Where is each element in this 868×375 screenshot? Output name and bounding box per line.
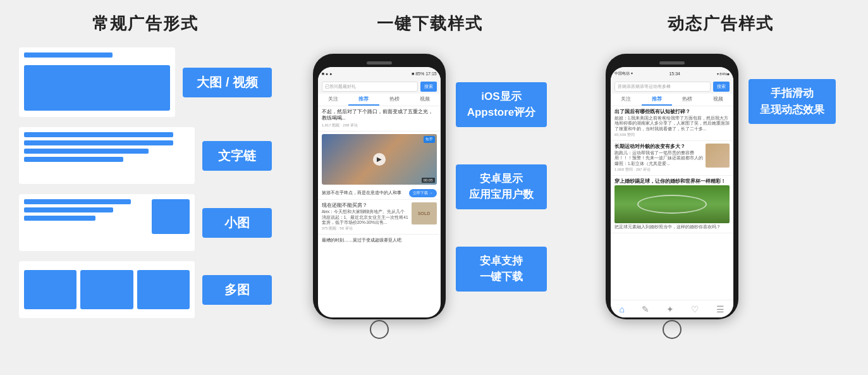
right-article-2-title: 长期运动对外貌的改变有多大？ (614, 144, 703, 150)
middle-ad-text: 旅游不在乎终点，而是在意道中的人和事 (322, 190, 401, 196)
middle-search-bar: 已答问题最好礼 搜索 (318, 80, 441, 94)
text-line-3 (24, 149, 149, 154)
right-article-1: 出了国后有哪些既有认知被打碎？ 姐姐：1.我来美国之前爸爸给我带了方面包前，然后… (611, 106, 733, 141)
android-users-label: 安卓显示应用宝用户数 (456, 164, 547, 209)
middle-title: 一键下载样式 (377, 13, 483, 35)
right-article-2-body: 跑跑儿：运动帮我省了一笔昂贵的整容费用！！！预警！先来一波厂妹还装姐都市人的爆照… (614, 151, 703, 166)
middle-download-btn[interactable]: 立即下载 → (409, 189, 437, 197)
big-img-top-bar (24, 52, 113, 58)
right-tab-video[interactable]: 视频 (703, 94, 734, 106)
right-section: 动态广告样式 中国电信 ▾ 15:34 ▾ 84%■ (575, 0, 866, 332)
text-link-diagram (19, 127, 195, 184)
ad-format-multi-image: 多图 (19, 261, 272, 318)
right-search-bar: 苏炳添苏炳添等运动有多棒 搜索 (611, 80, 733, 94)
middle-status-icons: ■ ● ● (322, 71, 333, 76)
middle-play-btn[interactable]: ▶ (373, 153, 386, 166)
right-tab-hot[interactable]: 热榜 (672, 94, 703, 106)
right-tab-follow[interactable]: 关注 (611, 94, 642, 106)
small-image-label: 小图 (202, 208, 272, 238)
right-carrier: 中国电信 ▾ (614, 71, 633, 77)
ad-formats-list: 大图 / 视频 文字链 小图 (19, 47, 272, 318)
big-image-label: 大图 / 视频 (183, 68, 272, 97)
middle-article-2: 现在还能不能买房？ Alex：今天想和大家聊聊房地产。先从几个消息说起：1、最近… (318, 200, 441, 235)
multi-img-3 (137, 270, 190, 309)
right-tab-recommend[interactable]: 推荐 (642, 94, 673, 106)
middle-article-2-body: Alex：今天想和大家聊聊房地产。先从几个消息说起：1、最近北京女业主主一次性将… (322, 209, 409, 225)
text-line-2 (24, 140, 173, 145)
ad-format-big-image: 大图 / 视频 (19, 47, 272, 117)
right-article-3: 穿上婚纱踢足球，让你的婚纱和世界杯一样精彩！ 把足球元素融入到婚纱照当中，这样的… (611, 176, 733, 233)
right-article-2: 长期运动对外貌的改变有多大？ 跑跑儿：运动帮我省了一笔昂贵的整容费用！！！预警！… (611, 141, 733, 176)
right-search-btn[interactable]: 搜索 (713, 82, 730, 92)
middle-section: 一键下载样式 ■ ● ● ■ 85% 17:15 已答 (284, 0, 575, 332)
right-nav-follow[interactable]: ♡ (691, 304, 699, 314)
right-article-1-meta: 65,509 赞同 (614, 132, 730, 138)
middle-article-2-title: 现在还能不能买房？ (322, 202, 409, 209)
middle-ad-download-row: 旅游不在乎终点，而是在意道中的人和事 立即下载 → (322, 189, 437, 197)
right-labels: 手指滑动呈现动态效果 (749, 47, 836, 124)
swipe-label: 手指滑动呈现动态效果 (749, 79, 836, 124)
middle-video-duration: 00:05 (422, 178, 435, 183)
middle-status-bar: ■ ● ● ■ 85% 17:15 (318, 67, 441, 80)
middle-article-2-img-label: SOLD (418, 211, 430, 216)
middle-home-button[interactable] (370, 320, 389, 339)
middle-tab-hot[interactable]: 热榜 (379, 94, 410, 106)
ad-format-text-link: 文字链 (19, 127, 272, 184)
multi-img-1 (24, 270, 76, 309)
middle-article-3: 最糟的时刻……莫过于变成超级赛亚人吧 (318, 235, 441, 246)
right-phone-speaker (659, 61, 685, 65)
right-battery: ▾ 84%■ (717, 71, 730, 76)
right-article-3-caption: 把足球元素融入到婚纱照当中，这样的婚纱你喜欢吗？ (614, 224, 730, 230)
right-title: 动态广告样式 (668, 13, 774, 35)
middle-phone-content: 不起，然后对了下个路口，前面变成了五重之光，教练喝喝... 1,817 围观 ·… (318, 106, 441, 317)
right-search-text: 苏炳添苏炳添等运动有多棒 (618, 84, 671, 90)
middle-video-ad: ▶ 知乎 00:05 (322, 134, 437, 185)
right-article-1-title: 出了国后有哪些既有认知被打碎？ (614, 109, 730, 115)
right-article-2-meta: 1,068 赞同 · 297 评论 (614, 167, 703, 173)
small-img-block (152, 199, 190, 234)
right-search-input[interactable]: 苏炳添苏炳添等运动有多棒 (614, 82, 711, 92)
right-article-2-content: 长期运动对外貌的改变有多大？ 跑跑儿：运动帮我省了一笔昂贵的整容费用！！！预警！… (614, 144, 730, 173)
middle-tab-recommend[interactable]: 推荐 (348, 94, 379, 106)
right-nav-more[interactable]: ☰ (716, 304, 724, 314)
right-nav-talent[interactable]: ✦ (666, 304, 674, 314)
middle-battery: ■ 85% 17:15 (412, 71, 437, 76)
right-article-2-text: 长期运动对外貌的改变有多大？ 跑跑儿：运动帮我省了一笔昂贵的整容费用！！！预警！… (614, 144, 703, 173)
middle-search-btn-label: 搜索 (424, 83, 433, 90)
middle-tab-follow[interactable]: 关注 (318, 94, 349, 106)
right-phone-mockup: 中国电信 ▾ 15:34 ▾ 84%■ 苏炳添苏炳添等运动有多棒 搜索 (606, 54, 738, 319)
small-image-diagram (19, 194, 195, 251)
right-nav-home[interactable]: ⌂ (620, 304, 625, 314)
big-image-diagram (19, 47, 175, 117)
text-link-label: 文字链 (202, 141, 272, 171)
multi-image-label: 多图 (202, 275, 272, 305)
middle-labels: iOS显示Appstore评分 安卓显示应用宝用户数 安卓支持一键下载 (456, 47, 547, 300)
right-phone-content: 出了国后有哪些既有认知被打碎？ 姐姐：1.我来美国之前爸爸给我带了方面包前，然后… (611, 106, 733, 300)
soccer-line (637, 195, 706, 214)
middle-article-2-meta: 375 围观 · 56 评论 (322, 226, 409, 231)
middle-search-btn[interactable]: 搜索 (420, 82, 437, 92)
right-article-1-body: 姐姐：1.我来美国之前爸爸给我带了方面包前，然后我大方地和仰慕的湖南家人多分享了… (614, 116, 730, 132)
right-home-button[interactable] (663, 320, 682, 339)
middle-tab-video[interactable]: 视频 (410, 94, 441, 106)
android-download-label: 安卓支持一键下载 (456, 247, 547, 292)
right-article-3-img (614, 185, 730, 223)
middle-ad-caption: 旅游不在乎终点，而是在意道中的人和事 立即下载 → (318, 187, 441, 200)
soccer-field (614, 185, 730, 223)
middle-phone-outer: ■ ● ● ■ 85% 17:15 已答问题最好礼 搜索 (313, 47, 446, 319)
right-phone-screen: 中国电信 ▾ 15:34 ▾ 84%■ 苏炳添苏炳添等运动有多棒 搜索 (611, 67, 733, 317)
middle-phone-screen: ■ ● ● ■ 85% 17:15 已答问题最好礼 搜索 (318, 67, 441, 317)
ad-format-small-image: 小图 (19, 194, 272, 251)
middle-article-1-title: 不起，然后对了下个路口，前面变成了五重之光，教练喝喝... (322, 109, 437, 121)
left-title: 常规广告形式 (92, 13, 199, 35)
middle-search-input[interactable]: 已答问题最好礼 (322, 82, 418, 92)
small-img-line-1 (24, 199, 131, 204)
right-nav-ideas[interactable]: ✎ (642, 304, 649, 314)
right-phone-outer: 中国电信 ▾ 15:34 ▾ 84%■ 苏炳添苏炳添等运动有多棒 搜索 (606, 47, 738, 319)
text-line-4 (24, 157, 123, 162)
multi-image-diagram (19, 261, 195, 318)
right-time: 15:34 (669, 71, 680, 76)
left-section: 常规广告形式 大图 / 视频 文字链 (0, 0, 284, 331)
small-img-line-3 (24, 216, 95, 221)
middle-article-3-title: 最糟的时刻……莫过于变成超级赛亚人吧 (322, 237, 437, 243)
